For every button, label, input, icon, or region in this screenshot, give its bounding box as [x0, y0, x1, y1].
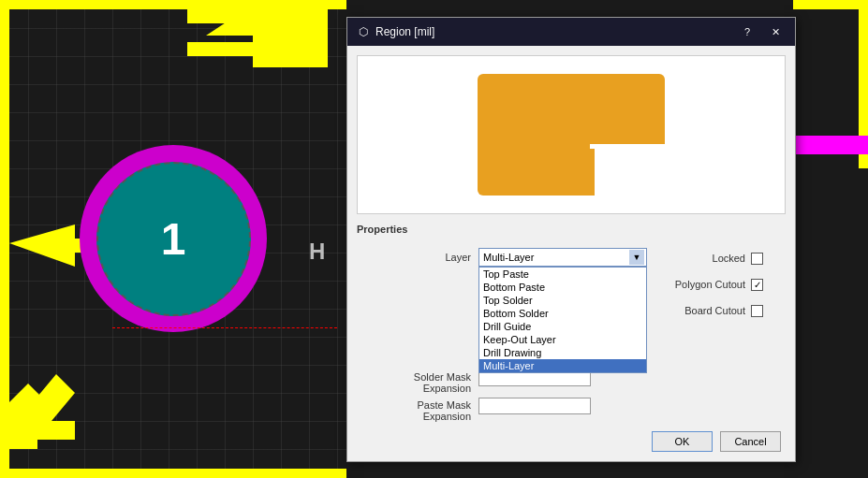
region-shape-preview [478, 74, 665, 196]
layer-dropdown-display[interactable]: Multi-Layer ▼ [478, 248, 647, 267]
cancel-button[interactable]: Cancel [720, 431, 781, 452]
locked-checkbox[interactable] [751, 253, 763, 265]
layer-option-top-solder[interactable]: Top Solder [479, 294, 646, 307]
polygon-cutout-checkbox[interactable]: ✓ [751, 279, 763, 291]
layer-option-drill-guide[interactable]: Drill Guide [479, 320, 646, 333]
paste-mask-label: Paste Mask Expansion [357, 398, 478, 422]
locked-row: Locked [656, 248, 786, 268]
layer-select-wrapper: Multi-Layer ▼ Top Paste Bottom Paste Top… [478, 248, 647, 267]
layer-control: Multi-Layer ▼ Top Paste Bottom Paste Top… [478, 248, 647, 267]
layer-selected-value: Multi-Layer [483, 252, 534, 263]
help-button[interactable]: ? [737, 23, 758, 40]
layer-option-keepout[interactable]: Keep-Out Layer [479, 333, 646, 346]
properties-title: Properties [357, 224, 786, 235]
paste-mask-input[interactable] [478, 398, 591, 414]
dialog-titlebar: ⬡ Region [mil] ? ✕ [347, 18, 795, 46]
locked-label: Locked [656, 253, 745, 264]
polygon-cutout-checkmark: ✓ [754, 280, 761, 290]
layer-row: Layer Multi-Layer ▼ Top Paste Bottom Pas… [357, 248, 647, 267]
board-cutout-label: Board Cutout [656, 305, 745, 316]
dialog-title-text: Region [mil] [375, 25, 434, 38]
solder-mask-label: Solder Mask Expansion [357, 369, 478, 394]
lower-section: Layer Multi-Layer ▼ Top Paste Bottom Pas… [347, 248, 795, 426]
layer-label: Layer [357, 248, 478, 267]
board-cutout-checkbox[interactable] [751, 305, 763, 317]
h-symbol: H [309, 239, 325, 265]
paste-mask-row: Paste Mask Expansion [357, 398, 647, 422]
polygon-cutout-row: Polygon Cutout ✓ [656, 274, 786, 295]
shape-bottom [478, 149, 595, 196]
dialog-icon: ⬡ [357, 25, 370, 38]
layer-option-bottom-solder[interactable]: Bottom Solder [479, 307, 646, 320]
pad-number: 1 [161, 213, 186, 265]
layer-option-top-paste[interactable]: Top Paste [479, 268, 646, 281]
pad-circle-magenta: 1 [80, 145, 267, 332]
pad-circle-teal: 1 [96, 162, 251, 316]
dialog-buttons: OK Cancel [347, 426, 795, 461]
close-button[interactable]: ✕ [765, 23, 786, 40]
polygon-cutout-label: Polygon Cutout [656, 279, 745, 290]
properties-section: Properties [347, 220, 795, 248]
layer-option-bottom-paste[interactable]: Bottom Paste [479, 281, 646, 294]
dialog-title-area: ⬡ Region [mil] [357, 25, 434, 38]
region-dialog: ⬡ Region [mil] ? ✕ Properties Layer [346, 17, 796, 462]
layer-option-drill-drawing[interactable]: Drill Drawing [479, 346, 646, 359]
right-properties: Locked Polygon Cutout ✓ Board Cutout [647, 248, 786, 426]
red-trace [112, 327, 337, 328]
board-cutout-row: Board Cutout [656, 300, 786, 321]
layer-dropdown-list: Top Paste Bottom Paste Top Solder Bottom… [478, 267, 647, 373]
ok-button[interactable]: OK [652, 431, 713, 452]
shape-notch [590, 144, 665, 196]
dialog-controls: ? ✕ [737, 23, 786, 40]
left-properties: Layer Multi-Layer ▼ Top Paste Bottom Pas… [357, 248, 647, 426]
dropdown-arrow-icon: ▼ [629, 250, 644, 265]
layer-option-multi[interactable]: Multi-Layer [479, 359, 646, 372]
paste-mask-control [478, 398, 647, 414]
shape-preview-area [357, 55, 786, 214]
